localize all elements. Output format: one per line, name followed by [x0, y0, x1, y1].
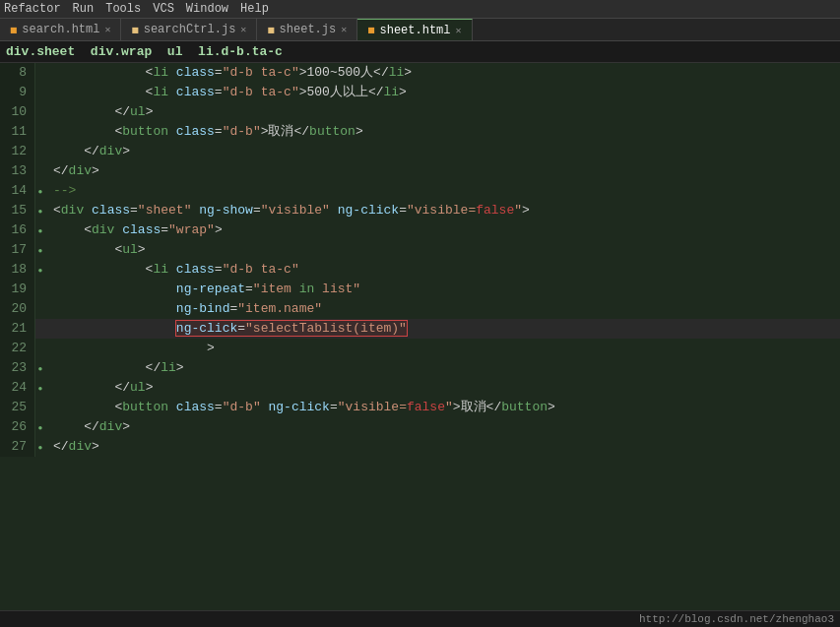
tab-label-sheet-js: sheet.js [280, 23, 337, 36]
line-number-14: 14 [0, 181, 35, 201]
line-content-16: <div class="wrap"> [45, 220, 840, 240]
line-number-23: 23 [0, 358, 35, 378]
status-url: http://blog.csdn.net/zhenghao3 [639, 613, 834, 625]
menu-window[interactable]: Window [186, 2, 228, 16]
code-line-19: 19 ng-repeat="item in list" [0, 280, 840, 299]
tab-searchctrl-js[interactable]: ◼ searchCtrl.js ✕ [121, 19, 257, 40]
line-content-8: <li class="d-b ta-c">100~500人</li> [45, 63, 840, 83]
breadcrumb: div.sheet div.wrap ul li.d-b.ta-c [0, 41, 840, 63]
line-content-26: </div> [45, 417, 840, 437]
line-content-20: ng-bind="item.name" [45, 299, 840, 319]
tab-icon-searchctrl: ◼ [131, 23, 138, 37]
dot-marker-25 [35, 398, 45, 417]
tab-close-sheet-js[interactable]: ✕ [341, 24, 347, 35]
tab-icon-search-html: ◼ [10, 23, 17, 37]
line-content-19: ng-repeat="item in list" [45, 280, 840, 299]
line-content-14: --> [45, 181, 840, 201]
tab-search-html[interactable]: ◼ search.html ✕ [0, 19, 121, 40]
line-number-24: 24 [0, 378, 35, 398]
code-line-10: 10 </ul> [0, 102, 840, 122]
line-number-26: 26 [0, 417, 35, 437]
line-content-11: <button class="d-b">取消</button> [45, 122, 840, 142]
code-line-21: 21 ng-click="selectTablist(item)" [0, 319, 840, 339]
dot-marker-24: ● [35, 378, 45, 398]
code-line-23: 23● </li> [0, 358, 840, 378]
code-line-14: 14●--> [0, 181, 840, 201]
dot-marker-10 [35, 102, 45, 122]
code-line-11: 11 <button class="d-b">取消</button> [0, 122, 840, 142]
tab-close-sheet-html[interactable]: ✕ [456, 25, 462, 36]
code-line-18: 18● <li class="d-b ta-c" [0, 260, 840, 280]
tab-icon-sheet-html: ◼ [367, 23, 374, 37]
status-bar: http://blog.csdn.net/zhenghao3 [0, 610, 840, 627]
dot-marker-16: ● [35, 220, 45, 240]
line-number-15: 15 [0, 201, 35, 220]
dot-marker-18: ● [35, 260, 45, 280]
dot-marker-23: ● [35, 358, 45, 378]
line-number-20: 20 [0, 299, 35, 319]
menu-run[interactable]: Run [73, 2, 95, 16]
line-number-19: 19 [0, 280, 35, 299]
dot-marker-12 [35, 142, 45, 161]
tab-label-searchctrl: searchCtrl.js [144, 23, 236, 36]
tab-sheet-html[interactable]: ◼ sheet.html ✕ [357, 19, 472, 40]
line-content-13: </div> [45, 161, 840, 181]
menu-refactor[interactable]: Refactor [4, 2, 61, 16]
tab-close-searchctrl[interactable]: ✕ [240, 24, 246, 35]
tab-label-search-html: search.html [22, 23, 99, 36]
code-line-9: 9 <li class="d-b ta-c">500人以上</li> [0, 83, 840, 102]
dot-marker-15: ● [35, 201, 45, 220]
line-content-23: </li> [45, 358, 840, 378]
dot-marker-21 [35, 319, 45, 339]
line-content-25: <button class="d-b" ng-click="visible=fa… [45, 398, 840, 417]
line-number-27: 27 [0, 437, 35, 457]
line-number-11: 11 [0, 122, 35, 142]
dot-marker-26: ● [35, 417, 45, 437]
code-line-20: 20 ng-bind="item.name" [0, 299, 840, 319]
code-line-12: 12 </div> [0, 142, 840, 161]
dot-marker-13 [35, 161, 45, 181]
code-line-27: 27●</div> [0, 437, 840, 457]
menu-bar: Refactor Run Tools VCS Window Help [0, 0, 840, 19]
tab-close-search-html[interactable]: ✕ [104, 24, 110, 35]
code-line-8: 8 <li class="d-b ta-c">100~500人</li> [0, 63, 840, 83]
dot-marker-11 [35, 122, 45, 142]
line-content-24: </ul> [45, 378, 840, 398]
line-content-22: > [45, 339, 840, 358]
line-number-22: 22 [0, 339, 35, 358]
tab-icon-sheet-js: ◼ [267, 23, 274, 37]
dot-marker-19 [35, 280, 45, 299]
code-line-17: 17● <ul> [0, 240, 840, 260]
code-line-24: 24● </ul> [0, 378, 840, 398]
line-content-17: <ul> [45, 240, 840, 260]
menu-tools[interactable]: Tools [105, 2, 141, 16]
menu-help[interactable]: Help [240, 2, 269, 16]
dot-marker-17: ● [35, 240, 45, 260]
line-number-21: 21 [0, 319, 35, 339]
tab-bar: ◼ search.html ✕ ◼ searchCtrl.js ✕ ◼ shee… [0, 19, 840, 41]
dot-marker-20 [35, 299, 45, 319]
line-number-25: 25 [0, 398, 35, 417]
code-line-22: 22 > [0, 339, 840, 358]
dot-marker-14: ● [35, 181, 45, 201]
line-number-9: 9 [0, 83, 35, 102]
code-line-26: 26● </div> [0, 417, 840, 437]
dot-marker-8 [35, 63, 45, 83]
line-content-10: </ul> [45, 102, 840, 122]
menu-vcs[interactable]: VCS [153, 2, 174, 16]
line-content-12: </div> [45, 142, 840, 161]
line-content-15: <div class="sheet" ng-show="visible" ng-… [45, 201, 840, 220]
line-content-27: </div> [45, 437, 840, 457]
code-line-13: 13</div> [0, 161, 840, 181]
line-content-9: <li class="d-b ta-c">500人以上</li> [45, 83, 840, 102]
line-number-16: 16 [0, 220, 35, 240]
line-number-13: 13 [0, 161, 35, 181]
line-content-21: ng-click="selectTablist(item)" [45, 319, 840, 339]
line-number-12: 12 [0, 142, 35, 161]
dot-marker-9 [35, 83, 45, 102]
dot-marker-22 [35, 339, 45, 358]
code-area[interactable]: 8 <li class="d-b ta-c">100~500人</li>9 <l… [0, 63, 840, 619]
tab-sheet-js[interactable]: ◼ sheet.js ✕ [257, 19, 357, 40]
code-line-15: 15●<div class="sheet" ng-show="visible" … [0, 201, 840, 220]
dot-marker-27: ● [35, 437, 45, 457]
